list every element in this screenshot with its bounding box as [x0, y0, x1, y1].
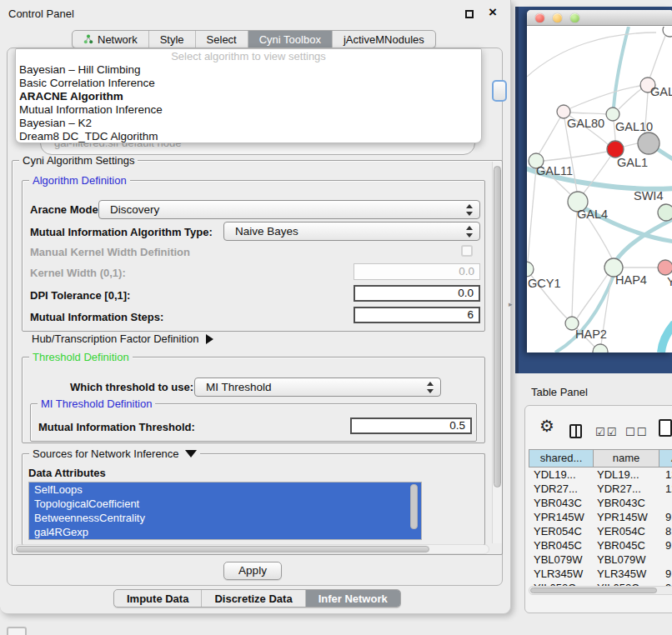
columns-icon[interactable] [569, 424, 582, 438]
table-cell: YBR043C [597, 496, 660, 510]
attribute-list-item[interactable]: SelfLoops [29, 482, 421, 497]
attribute-list-scrollbar[interactable] [410, 484, 418, 529]
aracne-mode-select[interactable]: Discovery [98, 200, 480, 219]
mi-threshold-field[interactable]: 0.5 [350, 418, 472, 434]
network-edge [661, 323, 672, 352]
mi-type-select[interactable]: Naive Bayes [223, 222, 480, 241]
collapsed-panel-button[interactable] [7, 627, 27, 635]
table-row[interactable]: YBR045CYBR045C9. [529, 538, 672, 552]
column-header-name[interactable]: name [594, 449, 659, 468]
dropdown-item[interactable]: Dream8 DC_TDC Algorithm [16, 130, 481, 143]
which-threshold-value: MI Threshold [206, 381, 272, 394]
attribute-list-item[interactable]: BetweennessCentrality [29, 511, 421, 525]
sources-title: Sources for Network Inference [33, 448, 179, 460]
network-edge [570, 112, 606, 114]
network-window-titlebar[interactable] [527, 10, 672, 26]
column-header-partial[interactable]: A [659, 449, 672, 468]
tab-label: Infer Network [318, 590, 388, 608]
spinner-arrows-icon [427, 382, 434, 393]
dropdown-item[interactable]: Basic Correlation Inference [16, 77, 481, 90]
network-node-label: GCY1 [528, 277, 561, 290]
close-icon[interactable]: × [489, 4, 497, 21]
network-node[interactable] [663, 27, 672, 37]
cyni-settings-group-title: Cyni Algorithm Settings [19, 154, 138, 167]
table-header: shared... name A [529, 449, 672, 468]
mi-steps-field[interactable]: 6 [354, 307, 480, 323]
tab-label: Impute Data [127, 590, 188, 608]
table-cell: YDL19... [597, 468, 660, 482]
table-cell: YDR27... [529, 482, 597, 496]
dropdown-placeholder: Select algorithm to view settings [16, 49, 481, 63]
network-node[interactable] [638, 132, 659, 154]
threshold-definition-title: Threshold Definition [29, 351, 133, 363]
table-row[interactable]: YER054CYER054C8. [529, 524, 672, 538]
export-table-icon[interactable] [659, 419, 672, 437]
panel-divider-arrow-icon[interactable]: ▸ [509, 300, 513, 308]
network-edge [572, 212, 577, 317]
table-row[interactable]: YDL19...YDL19...13 [529, 468, 672, 482]
network-canvas[interactable]: GAL GAL80 GAL10 GAL1 GAL11 SWI4 GAL4 GCY… [527, 27, 672, 352]
tab-infer-network[interactable]: Infer Network [305, 590, 400, 607]
tab-label: Discretize Data [214, 590, 292, 608]
network-node-label: GAL11 [536, 164, 573, 178]
minimize-traffic-light[interactable] [553, 13, 562, 22]
network-node[interactable] [593, 344, 608, 352]
tab-impute-data[interactable]: Impute Data [114, 590, 201, 607]
network-node[interactable] [658, 204, 672, 221]
network-node[interactable] [606, 108, 619, 121]
tab-jactivemnodules[interactable]: jActiveMNodules [332, 31, 435, 48]
settings-horizontal-scrollbar[interactable] [14, 544, 489, 554]
tab-cyni-toolbox[interactable]: Cyni Toolbox [248, 31, 332, 48]
table-row[interactable]: YPR145WYPR145W9. [529, 510, 672, 524]
zoom-traffic-light[interactable] [570, 13, 579, 22]
algorithm-combo-focus-edge[interactable] [492, 80, 507, 102]
table-cell: YBL079W [529, 552, 597, 567]
table-row[interactable]: YBL079WYBL079W [529, 552, 672, 567]
mi-threshold-group-title: MI Threshold Definition [38, 398, 155, 410]
dropdown-item[interactable]: ARACNE Algorithm [16, 90, 481, 103]
deselect-all-checkboxes-icon[interactable]: ☐☐ [625, 426, 648, 438]
tab-select[interactable]: Select [195, 31, 248, 48]
bottom-tabs: Impute DataDiscretize DataInfer Network [113, 589, 401, 608]
network-node[interactable] [527, 262, 534, 277]
which-threshold-select[interactable]: MI Threshold [194, 378, 441, 397]
table-row[interactable]: YBR043CYBR043C [529, 496, 672, 510]
scrollbar-thumb[interactable] [530, 588, 657, 593]
table-cell: 8. [660, 524, 672, 538]
dropdown-item[interactable]: Bayesian – Hill Climbing [16, 63, 481, 77]
collapse-right-icon [206, 334, 213, 344]
dpi-tolerance-field[interactable]: 0.0 [354, 285, 480, 302]
gear-icon[interactable]: ⚙ [539, 417, 554, 435]
dropdown-item[interactable]: Bayesian – K2 [16, 117, 481, 130]
hub-definition-toggle[interactable]: Hub/Transcription Factor Definition [32, 332, 213, 345]
tab-network[interactable]: Network [73, 31, 148, 48]
tab-label: Network [98, 31, 138, 48]
dropdown-item[interactable]: Mutual Information Inference [16, 103, 481, 117]
attribute-list: SelfLoopsTopologicalCoefficientBetweenne… [28, 482, 422, 540]
column-header-shared-name[interactable]: shared... [529, 449, 594, 468]
select-all-checkboxes-icon[interactable]: ☑☑ [595, 426, 618, 438]
scrollbar-thumb[interactable] [16, 546, 429, 552]
manual-kernel-checkbox[interactable] [461, 245, 473, 257]
scrollbar-thumb[interactable] [494, 166, 501, 488]
table-row[interactable]: YDR27...YDR27...12 [529, 482, 672, 496]
float-window-button[interactable] [465, 10, 474, 18]
network-node[interactable] [607, 141, 624, 158]
close-traffic-light[interactable] [535, 13, 544, 22]
data-attributes-label: Data Attributes [28, 467, 106, 479]
tab-discretize-data[interactable]: Discretize Data [201, 590, 304, 607]
attribute-list-item[interactable]: gal4RGexp [29, 525, 421, 539]
table-horizontal-scrollbar[interactable] [529, 586, 672, 595]
network-edge [527, 32, 656, 77]
table-cell: YBR043C [529, 496, 597, 510]
tab-style[interactable]: Style [148, 31, 195, 48]
sources-toggle[interactable]: Sources for Network Inference [29, 448, 200, 460]
attribute-list-item[interactable]: TopologicalCoefficient [29, 497, 421, 511]
table-panel: ⚙ ☑☑ ☐☐ shared... name A YDL19...YDL19..… [524, 405, 672, 613]
kernel-width-field[interactable]: 0.0 [354, 263, 480, 280]
settings-vertical-scrollbar[interactable] [492, 162, 502, 543]
table-row[interactable]: YLR345WYLR345W9. [529, 567, 672, 581]
network-window[interactable]: GAL GAL80 GAL10 GAL1 GAL11 SWI4 GAL4 GCY… [527, 10, 672, 352]
apply-button[interactable]: Apply [223, 562, 282, 580]
network-node[interactable] [658, 260, 672, 275]
